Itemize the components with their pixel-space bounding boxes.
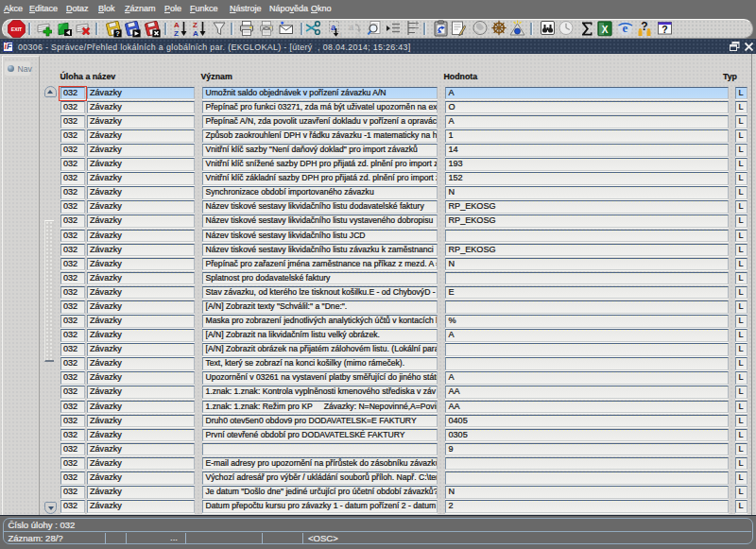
svg-text:Z: Z (174, 29, 179, 38)
svg-text:EXIT: EXIT (10, 26, 22, 31)
svg-text:a: a (338, 31, 342, 38)
svg-text:X: X (602, 24, 609, 34)
svg-text:A: A (193, 29, 198, 38)
svg-text:?: ? (662, 24, 667, 35)
svg-text:a: a (356, 31, 360, 38)
svg-text:?: ? (115, 29, 120, 38)
svg-text:a: a (349, 22, 354, 32)
